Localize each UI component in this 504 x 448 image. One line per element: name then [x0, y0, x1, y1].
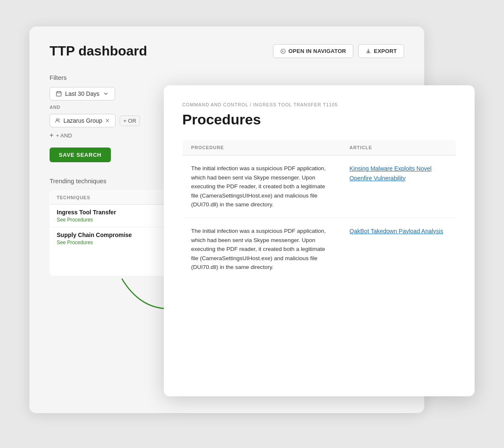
- add-or-button[interactable]: + OR: [120, 116, 140, 126]
- navigator-icon: [280, 48, 286, 54]
- group-icon: [55, 118, 61, 124]
- lazarus-group-tag: Lazarus Group ✕: [50, 114, 116, 127]
- svg-point-1: [56, 119, 58, 120]
- technique-name-cell: Supply Chain Compromise See Procedures: [50, 227, 158, 276]
- procedure-text-2: The initial infection was a suspicious P…: [183, 218, 341, 280]
- calendar-icon: [56, 91, 62, 97]
- remove-tag-button[interactable]: ✕: [105, 117, 110, 124]
- col-article: ARTICLE: [341, 140, 456, 155]
- save-search-button[interactable]: SAVE SEARCH: [50, 148, 111, 162]
- procedures-breadcrumb: COMMAND AND CONTROL / INGRESS TOOL TRANS…: [182, 102, 456, 107]
- page-title: TTP dashboard: [50, 43, 147, 59]
- procedure-row-1: The initial infection was a suspicious P…: [183, 155, 456, 218]
- procedures-table: PROCEDURE ARTICLE The initial infection …: [182, 140, 456, 281]
- technique-name-cell: Ingress Tool Transfer See Procedures: [50, 205, 158, 227]
- svg-rect-0: [56, 92, 61, 96]
- see-procedures-link-2[interactable]: See Procedures: [57, 240, 151, 245]
- export-button[interactable]: EXPORT: [358, 44, 404, 58]
- procedures-modal: COMMAND AND CONTROL / INGRESS TOOL TRANS…: [164, 85, 475, 396]
- procedures-title: Procedures: [182, 111, 456, 128]
- procedure-row-2: The initial infection was a suspicious P…: [183, 218, 456, 280]
- open-navigator-button[interactable]: OPEN IN NAVIGATOR: [273, 44, 353, 58]
- procedure-text-1: The initial infection was a suspicious P…: [183, 155, 341, 218]
- see-procedures-link[interactable]: See Procedures: [57, 217, 151, 223]
- article-cell-2: QakBot Takedown Payload Analysis: [341, 218, 456, 280]
- article-cell-1: Kinsing Malware Exploits Novel Openfire …: [341, 155, 456, 218]
- filters-label: Filters: [50, 74, 404, 81]
- article-link-2[interactable]: QakBot Takedown Payload Analysis: [349, 228, 443, 235]
- article-link-1[interactable]: Kinsing Malware Exploits Novel Openfire …: [349, 165, 431, 182]
- chevron-down-icon: [103, 91, 109, 97]
- procedures-header-row: PROCEDURE ARTICLE: [183, 140, 456, 155]
- export-icon: [365, 48, 371, 54]
- header-actions: OPEN IN NAVIGATOR EXPORT: [273, 44, 404, 58]
- svg-point-2: [58, 119, 60, 121]
- col-techniques: TECHNIQUES: [50, 191, 158, 205]
- dashboard-header: TTP dashboard OPEN IN NAVIGATOR EXPORT: [50, 43, 404, 59]
- and-connector: AND: [50, 105, 60, 110]
- date-filter-dropdown[interactable]: Last 30 Days: [50, 87, 115, 100]
- col-procedure: PROCEDURE: [183, 140, 341, 155]
